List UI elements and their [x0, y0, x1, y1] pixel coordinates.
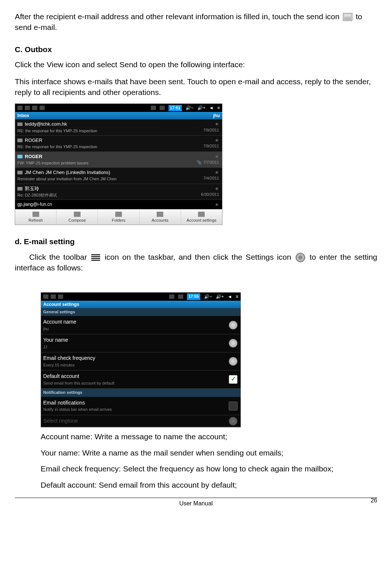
- star-icon: ★: [215, 121, 219, 127]
- setting-subtitle: Notify in status bar when email arrives: [43, 407, 238, 412]
- volume-down-icon: 🔊−: [185, 105, 194, 111]
- bullet-email-check: Email check frequency: Select the freque…: [41, 463, 377, 474]
- checkbox-icon: ✓: [229, 375, 238, 384]
- setting-select-ringtone: Select ringtone: [41, 415, 241, 427]
- setting-your-name: Your nameJJ: [41, 334, 241, 352]
- general-settings-header: General settings: [41, 308, 241, 316]
- star-icon: ★: [215, 185, 219, 192]
- mail-sender: 郭玉玲: [17, 185, 220, 192]
- outbox-screenshot: 17:51 🔊− 🔊+ ◄ ≡ Inbox jhu teddy@tchk.com…: [15, 103, 222, 225]
- menu-icon: ≡: [236, 294, 238, 300]
- toolbar-icon: [115, 212, 122, 217]
- mail-date: 7/4/2011: [203, 175, 219, 181]
- bottom-toolbar: RefreshComposeFoldersAccountsAccount set…: [15, 209, 222, 225]
- section-c-title: C. Outbox: [15, 44, 377, 55]
- setting-title: Email notifications: [43, 399, 238, 407]
- bullet-default-account: Default account: Send email from this ac…: [41, 480, 377, 490]
- status-time-2: 17:55: [187, 293, 200, 300]
- back-icon: ◄: [228, 294, 232, 300]
- setting-subtitle: JJ: [43, 344, 238, 350]
- envelope-icon: [17, 122, 23, 126]
- menu-icon: [91, 254, 100, 261]
- checkbox-icon: ✓: [229, 402, 238, 410]
- toolbar-folders: Folders: [98, 209, 139, 225]
- mail-row: 郭玉玲Re: DZ-2803软件调试★6/30/2011: [15, 184, 222, 200]
- send-icon: [343, 13, 352, 21]
- back-icon: ◄: [209, 105, 214, 111]
- footer-page-number: 26: [355, 497, 377, 505]
- page-footer: User Manual 26: [15, 498, 377, 508]
- mail-subject: Reminder about your invitation from JM C…: [17, 176, 220, 182]
- signal-icon: [151, 106, 156, 110]
- mail-subject: RE: the response for this YMP-25 inspect…: [17, 144, 220, 150]
- settings-header: Account settings: [41, 301, 241, 308]
- notification-settings-header: Notification settings: [41, 389, 241, 397]
- star-icon: ★: [215, 169, 219, 176]
- mail-row: ROGERRE: the response for this YMP-25 in…: [15, 136, 222, 152]
- status-bar-2: 17:55 🔊− 🔊+ ◄ ≡: [41, 293, 241, 301]
- setting-default-account: Default accountSend email from this acco…: [41, 371, 241, 389]
- mail-row: ROGERFW: YMP-25 inspection problem issue…: [15, 152, 222, 168]
- toolbar-accounts: Accounts: [140, 209, 181, 225]
- envelope-icon: [17, 171, 23, 174]
- status-icon: [51, 294, 56, 299]
- mail-date: 📎7/7/2011: [197, 160, 219, 165]
- star-icon: ★: [215, 201, 219, 208]
- mail-subject: Re: DZ-2803软件调试: [17, 192, 220, 198]
- mail-sender: ROGER: [17, 137, 220, 144]
- section-d-text-a: Click the toolbar: [29, 253, 91, 261]
- header-left: Inbox: [17, 113, 29, 119]
- chevron-icon: [229, 357, 238, 366]
- status-icon: [58, 294, 63, 299]
- setting-title: Select ringtone: [43, 417, 238, 425]
- partial-mail-row: gp.jiang@i-fun.cn ★: [15, 200, 222, 209]
- section-d-title: d. E-mail setting: [15, 236, 377, 247]
- volume-up-icon: 🔊+: [197, 105, 205, 111]
- status-icon: [43, 294, 48, 299]
- battery-icon: [160, 106, 165, 110]
- toolbar-compose: Compose: [57, 209, 98, 225]
- toolbar-icon: [157, 212, 163, 217]
- intro-text-a: After the recipient e-mail address and o…: [15, 12, 340, 21]
- settings-screenshot: 17:55 🔊− 🔊+ ◄ ≡ Account settings General…: [41, 292, 241, 427]
- volume-up-icon: 🔊+: [216, 294, 224, 300]
- toolbar-icon: [33, 212, 39, 217]
- section-c-p1: Click the View icon and select Send to o…: [15, 59, 377, 70]
- mail-row: teddy@tchk.com.hkRE: the response for th…: [15, 119, 222, 136]
- settings-header-text: Account settings: [43, 301, 79, 308]
- signal-icon: [169, 294, 174, 299]
- settings-icon: [296, 253, 305, 262]
- toolbar-account-settings: Account settings: [181, 209, 222, 225]
- status-icon: [25, 106, 30, 110]
- status-bar: 17:51 🔊− 🔊+ ◄ ≡: [15, 104, 222, 112]
- setting-title: Email check frequency: [43, 355, 238, 362]
- star-icon: ★: [215, 153, 219, 160]
- section-d-paragraph: Click the toolbar icon on the taskbar, a…: [15, 252, 377, 273]
- chevron-icon: [229, 417, 238, 426]
- setting-title: Default account: [43, 373, 238, 380]
- setting-subtitle: Send email from this account by default: [43, 381, 238, 386]
- status-icon: [40, 106, 45, 110]
- setting-title: Account name: [43, 318, 238, 326]
- section-d-text-b: icon on the taskbar, and then click the …: [105, 253, 294, 261]
- menu-icon: ≡: [217, 105, 220, 111]
- setting-account-name: Account namejhu: [41, 316, 241, 334]
- status-icon: [17, 106, 23, 110]
- status-time: 17:51: [168, 105, 182, 111]
- inbox-header: Inbox jhu: [15, 112, 222, 119]
- mail-date: 7/9/2011: [203, 143, 219, 149]
- footer-center: User Manual: [37, 499, 355, 508]
- envelope-icon: [17, 187, 23, 191]
- battery-icon: [178, 294, 183, 299]
- header-right: jhu: [213, 113, 220, 119]
- partial-sender: gp.jiang@i-fun.cn: [17, 202, 52, 207]
- envelope-icon: [17, 139, 23, 142]
- toolbar-icon: [198, 212, 205, 217]
- volume-down-icon: 🔊−: [204, 294, 212, 300]
- chevron-icon: [229, 321, 238, 330]
- envelope-icon: [17, 155, 23, 158]
- bullet-your-name: Your name: Write a name as the mail send…: [41, 447, 377, 458]
- chevron-icon: [229, 339, 238, 348]
- mail-sender: JM Chen JM Chen (LinkedIn Invitations): [17, 169, 220, 176]
- mail-date: 7/9/2011: [203, 127, 219, 133]
